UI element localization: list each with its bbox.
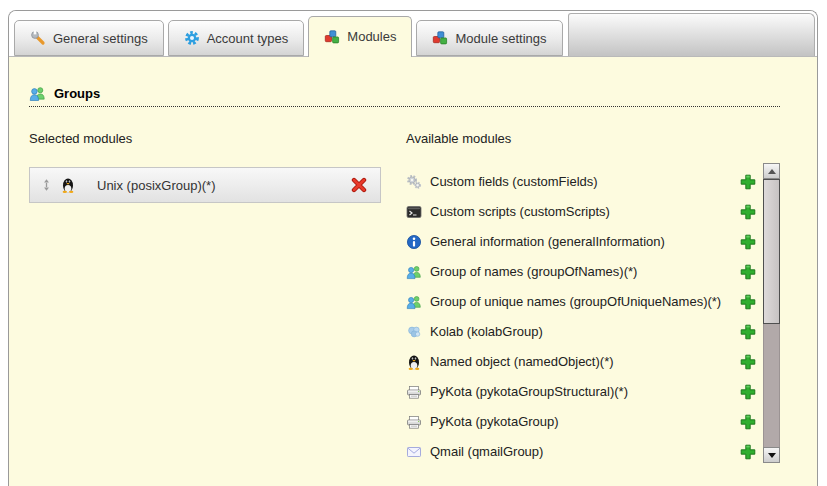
tab-module-settings[interactable]: Module settings xyxy=(416,20,562,56)
tab-label: General settings xyxy=(53,31,148,46)
selected-modules-panel: Selected modules Unix (posixGroup)(*) xyxy=(29,131,381,467)
group-icon xyxy=(406,294,422,310)
plus-icon xyxy=(740,324,756,340)
module-label: Custom fields (customFields) xyxy=(430,174,731,190)
terminal-icon xyxy=(406,204,422,220)
plus-icon xyxy=(740,444,756,460)
add-module-button[interactable] xyxy=(739,414,756,431)
scrollbar-thumb[interactable] xyxy=(763,179,780,324)
tab-bar: General settings Account types Modules M… xyxy=(9,11,817,57)
available-module-row: Group of unique names (groupOfUniqueName… xyxy=(406,287,758,317)
scrollbar-track[interactable] xyxy=(763,179,780,447)
modules-tab-content: Groups Selected modules Unix (posixGroup… xyxy=(9,57,817,486)
available-modules-list: Custom fields (customFields) Custom scri… xyxy=(406,167,758,467)
section-title: Groups xyxy=(54,86,100,101)
printer-icon xyxy=(406,384,422,400)
module-label: Custom scripts (customScripts) xyxy=(430,204,731,220)
gears-icon xyxy=(406,174,422,190)
plus-icon xyxy=(740,204,756,220)
add-module-button[interactable] xyxy=(739,324,756,341)
module-label: Group of names (groupOfNames)(*) xyxy=(430,264,731,280)
arrow-up-icon xyxy=(768,169,776,174)
available-modules-area: Custom fields (customFields) Custom scri… xyxy=(406,167,780,467)
delete-icon xyxy=(351,177,367,193)
available-module-row: Custom fields (customFields) xyxy=(406,167,758,197)
group-icon xyxy=(29,85,46,102)
modules-columns: Selected modules Unix (posixGroup)(*) Av… xyxy=(29,131,780,467)
add-module-button[interactable] xyxy=(739,294,756,311)
available-module-row: PyKota (pykotaGroup) xyxy=(406,407,758,437)
plus-icon xyxy=(740,414,756,430)
add-module-button[interactable] xyxy=(739,444,756,461)
add-module-button[interactable] xyxy=(739,204,756,221)
arrow-down-icon xyxy=(768,453,776,458)
kolab-icon xyxy=(406,324,422,340)
module-label: Qmail (qmailGroup) xyxy=(430,444,731,460)
module-label: Named object (namedObject)(*) xyxy=(430,354,731,370)
available-module-row: Named object (namedObject)(*) xyxy=(406,347,758,377)
gear-icon xyxy=(184,30,200,46)
available-module-row: Custom scripts (customScripts) xyxy=(406,197,758,227)
selected-module-row: Unix (posixGroup)(*) xyxy=(29,167,381,203)
drag-handle-icon[interactable] xyxy=(40,178,53,192)
tab-modules[interactable]: Modules xyxy=(308,16,412,57)
tab-label: Module settings xyxy=(455,31,546,46)
tab-label: Modules xyxy=(347,29,396,44)
remove-module-button[interactable] xyxy=(350,177,367,194)
scroll-up-button[interactable] xyxy=(763,163,780,179)
available-modules-label: Available modules xyxy=(406,131,780,146)
vertical-scrollbar[interactable] xyxy=(763,163,780,463)
plus-icon xyxy=(740,384,756,400)
module-label: General information (generalInformation) xyxy=(430,234,731,250)
selected-modules-label: Selected modules xyxy=(29,131,381,146)
tab-label: Account types xyxy=(207,31,289,46)
plus-icon xyxy=(740,234,756,250)
info-icon xyxy=(406,234,422,250)
add-module-button[interactable] xyxy=(739,234,756,251)
tux-icon xyxy=(406,354,422,370)
module-label: PyKota (pykotaGroup) xyxy=(430,414,731,430)
module-label: Unix (posixGroup)(*) xyxy=(97,178,350,193)
printer-icon xyxy=(406,414,422,430)
lam-config-window: General settings Account types Modules M… xyxy=(8,10,818,486)
available-module-row: Kolab (kolabGroup) xyxy=(406,317,758,347)
plus-icon xyxy=(740,354,756,370)
group-icon xyxy=(406,264,422,280)
modules-icon xyxy=(432,30,448,46)
plus-icon xyxy=(740,174,756,190)
available-module-row: General information (generalInformation) xyxy=(406,227,758,257)
module-label: Group of unique names (groupOfUniqueName… xyxy=(430,294,731,310)
module-label: Kolab (kolabGroup) xyxy=(430,324,731,340)
envelope-icon xyxy=(406,444,422,460)
available-module-row: Qmail (qmailGroup) xyxy=(406,437,758,467)
modules-icon xyxy=(324,29,340,45)
tab-general-settings[interactable]: General settings xyxy=(14,20,164,56)
available-module-row: PyKota (pykotaGroupStructural)(*) xyxy=(406,377,758,407)
add-module-button[interactable] xyxy=(739,174,756,191)
wrench-icon xyxy=(30,30,46,46)
plus-icon xyxy=(740,294,756,310)
available-module-row: Group of names (groupOfNames)(*) xyxy=(406,257,758,287)
add-module-button[interactable] xyxy=(739,264,756,281)
module-label: PyKota (pykotaGroupStructural)(*) xyxy=(430,384,731,400)
plus-icon xyxy=(740,264,756,280)
add-module-button[interactable] xyxy=(739,354,756,371)
scroll-down-button[interactable] xyxy=(763,447,780,463)
tux-icon xyxy=(60,177,76,193)
available-modules-panel: Available modules Custom fields (customF… xyxy=(406,131,780,467)
tab-bar-filler xyxy=(568,13,815,56)
add-module-button[interactable] xyxy=(739,384,756,401)
groups-section-header: Groups xyxy=(29,85,780,107)
tab-account-types[interactable]: Account types xyxy=(168,20,305,56)
